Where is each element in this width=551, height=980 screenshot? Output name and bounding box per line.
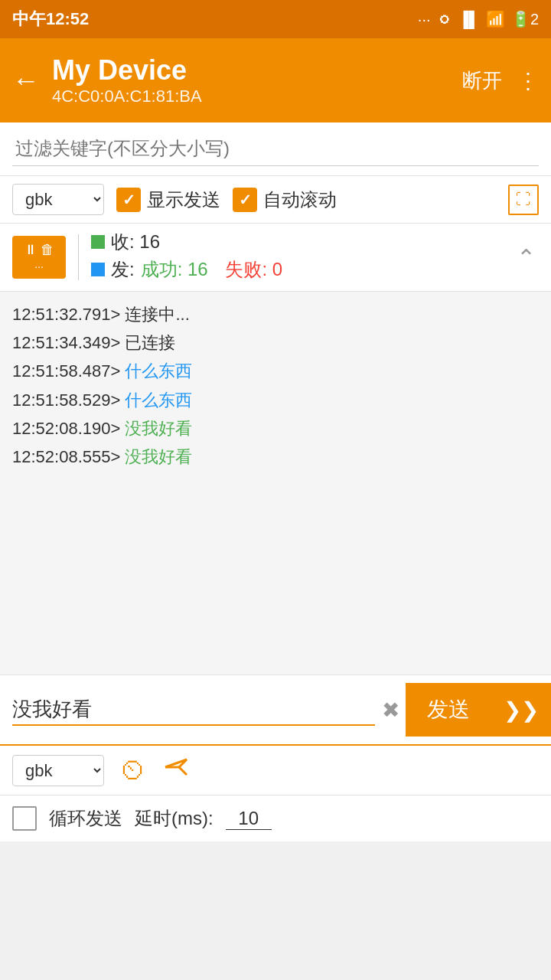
log-text: 没我好看 — [120, 447, 192, 466]
auto-scroll-label: 自动滚动 — [263, 188, 337, 212]
show-send-label: 显示发送 — [147, 188, 220, 212]
wifi-icon: 📶 — [486, 10, 505, 28]
recv-stat: 收: 16 — [91, 230, 514, 254]
log-entry: 12:51:34.349> 已连接 — [12, 329, 539, 356]
app-bar-actions: 断开 ⋮ — [462, 67, 539, 94]
disconnect-button[interactable]: 断开 — [462, 67, 502, 94]
auto-scroll-checkbox[interactable] — [233, 188, 257, 212]
log-entry: 12:51:58.529> 什么东西 — [12, 387, 539, 413]
log-entry: 12:52:08.190> 没我好看 — [12, 415, 539, 442]
device-name: My Device — [52, 54, 462, 87]
delay-label: 延时(ms): — [135, 806, 214, 831]
log-time: 12:51:58.487> — [12, 361, 120, 381]
bottom-section: ✖ 发送 ❯❯ gbk ⏲ 循环发送 延时(ms): — [0, 675, 551, 841]
pause-icon: ⏸ — [24, 242, 37, 258]
chevron-down-icon: ❯❯ — [504, 698, 539, 722]
clear-message-button[interactable]: ✖ — [375, 694, 406, 725]
controls-row: gbk 显示发送 自动滚动 ⛶ — [0, 176, 551, 224]
log-text: 什么东西 — [120, 390, 192, 410]
log-time: 12:51:32.791> — [12, 305, 120, 324]
filter-input[interactable] — [12, 132, 539, 166]
bottom-toolbar: gbk ⏲ — [0, 746, 551, 795]
filter-section — [0, 122, 551, 176]
status-icons: ··· ⭘ ▐▌ 📶 🔋2 — [418, 10, 539, 28]
log-time: 12:51:58.529> — [12, 390, 120, 410]
loop-send-label: 循环发送 — [49, 806, 122, 831]
device-mac: 4C:C0:0A:C1:81:BA — [52, 87, 462, 106]
encoding-select-top[interactable]: gbk — [12, 184, 104, 215]
status-time: 中午12:52 — [12, 8, 89, 31]
send-fail: 失败: 0 — [225, 257, 282, 282]
log-entry: 12:51:58.487> 什么东西 — [12, 358, 539, 384]
pause-clear-dots: ··· — [34, 260, 44, 273]
send-preset-icon[interactable] — [162, 753, 190, 787]
stats-row: ⏸ 🗑 ··· 收: 16 发: 成功: 16 失败: 0 ⌃ — [0, 224, 551, 292]
send-button[interactable]: 发送 — [406, 683, 491, 737]
app-bar: ← My Device 4C:C0:0A:C1:81:BA 断开 ⋮ — [0, 38, 551, 122]
loop-send-checkbox[interactable] — [12, 806, 37, 831]
collapse-button[interactable]: ⌃ — [514, 241, 539, 274]
log-area: 12:51:32.791> 连接中...12:51:34.349> 已连接12:… — [0, 292, 551, 675]
signal-bars-icon: ▐▌ — [458, 11, 480, 28]
log-entry: 12:52:08.555> 没我好看 — [12, 443, 539, 470]
back-button[interactable]: ← — [12, 64, 40, 96]
signal-dots-icon: ··· — [418, 11, 431, 28]
log-text: 已连接 — [120, 333, 175, 352]
log-time: 12:52:08.555> — [12, 447, 120, 466]
stats-divider — [78, 234, 79, 280]
fullscreen-icon[interactable]: ⛶ — [508, 185, 539, 215]
stats-info: 收: 16 发: 成功: 16 失败: 0 — [91, 230, 514, 285]
send-stat: 发: 成功: 16 失败: 0 — [91, 257, 514, 282]
status-bar: 中午12:52 ··· ⭘ ▐▌ 📶 🔋2 — [0, 0, 551, 38]
recv-indicator — [91, 235, 105, 249]
recv-count: 收: 16 — [111, 230, 160, 254]
loop-row: 循环发送 延时(ms): — [0, 795, 551, 841]
log-time: 12:51:34.349> — [12, 333, 120, 352]
show-send-group: 显示发送 — [116, 188, 220, 212]
pause-clear-button[interactable]: ⏸ 🗑 ··· — [12, 236, 66, 279]
show-send-checkbox[interactable] — [116, 188, 141, 212]
clear-icon: 🗑 — [41, 242, 54, 258]
log-text: 什么东西 — [120, 361, 192, 381]
log-text: 没我好看 — [120, 419, 192, 438]
encoding-select-bottom[interactable]: gbk — [12, 755, 104, 786]
message-input[interactable] — [12, 694, 375, 726]
send-success: 成功: 16 — [141, 257, 208, 282]
more-options-icon[interactable]: ⋮ — [517, 68, 539, 93]
bluetooth-icon: ⭘ — [437, 11, 452, 28]
log-entry: 12:51:32.791> 连接中... — [12, 301, 539, 328]
input-row: ✖ 发送 ❯❯ — [0, 675, 551, 746]
log-text: 连接中... — [120, 305, 189, 324]
history-icon[interactable]: ⏲ — [119, 754, 147, 786]
send-label: 发: — [111, 257, 135, 282]
send-indicator — [91, 263, 105, 276]
log-time: 12:52:08.190> — [12, 419, 120, 438]
delay-input[interactable] — [226, 808, 272, 830]
expand-down-button[interactable]: ❯❯ — [491, 683, 551, 737]
battery-icon: 🔋2 — [511, 10, 539, 28]
device-title-section: My Device 4C:C0:0A:C1:81:BA — [52, 54, 462, 106]
auto-scroll-group: 自动滚动 — [233, 188, 337, 212]
